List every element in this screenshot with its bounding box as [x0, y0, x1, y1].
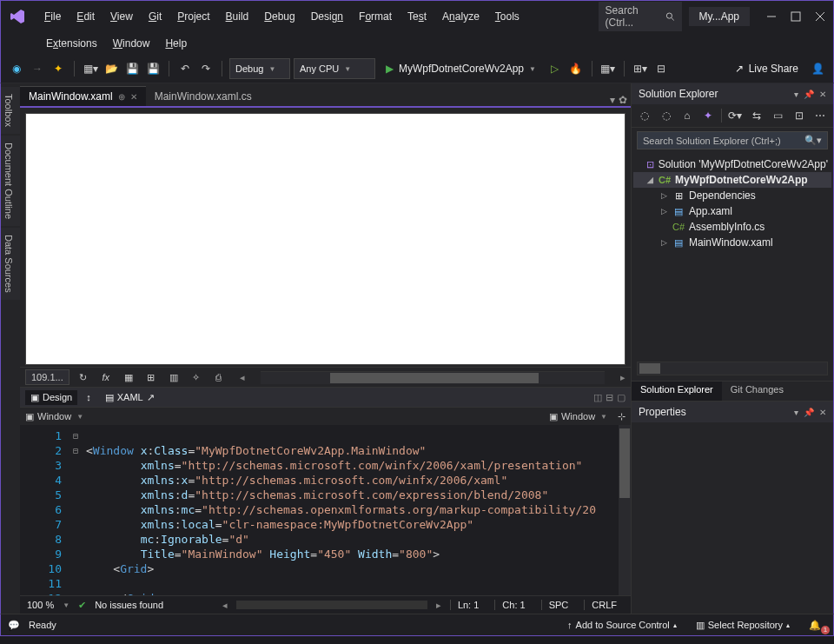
menu-help[interactable]: Help: [158, 35, 194, 52]
collapse-all-icon[interactable]: ⊡: [791, 107, 806, 124]
account-button[interactable]: 👤: [809, 60, 826, 77]
undo-button[interactable]: ↶: [176, 60, 194, 77]
popout-icon[interactable]: ↗: [147, 392, 155, 403]
data-sources-tab[interactable]: Data Sources: [1, 228, 20, 300]
code-editor[interactable]: 123456789101112 ⊟⊟ <Window x:Class="MyWp…: [20, 425, 631, 595]
tab-dropdown-icon[interactable]: ▾: [610, 94, 615, 106]
platform-combo[interactable]: Any CPU▼: [294, 58, 375, 79]
close-tab-icon[interactable]: ✕: [130, 92, 137, 102]
snap-button[interactable]: ⊞: [142, 368, 160, 386]
minimize-button[interactable]: [765, 10, 778, 23]
show-all-icon[interactable]: ▭: [770, 107, 785, 124]
toolbox-tab[interactable]: Toolbox: [1, 87, 20, 134]
fx-button[interactable]: fx: [97, 368, 115, 386]
search-box[interactable]: Search (Ctrl...: [599, 2, 682, 31]
app-name-button[interactable]: My...App: [689, 7, 750, 26]
line-indicator[interactable]: Ln: 1: [450, 600, 486, 610]
extra-button-2[interactable]: ⊟: [652, 60, 670, 77]
menu-project[interactable]: Project: [170, 8, 216, 25]
collapse-icon[interactable]: ▢: [617, 392, 626, 403]
code-v-scrollbar[interactable]: [619, 425, 631, 595]
close-button[interactable]: [814, 10, 826, 23]
home-icon[interactable]: ⌂: [679, 107, 695, 124]
panel-menu-icon[interactable]: ▾: [794, 90, 798, 99]
issues-label[interactable]: No issues found: [95, 600, 163, 610]
app-xaml-node[interactable]: ▷▤App.xaml: [633, 203, 831, 219]
zoom-combo[interactable]: 109.1...: [25, 369, 70, 385]
design-tab[interactable]: ▣Design: [25, 390, 77, 405]
add-source-control-button[interactable]: ↑Add to Source Control▴: [562, 618, 682, 632]
tab-mainwindow-xaml-cs[interactable]: MainWindow.xaml.cs: [146, 87, 261, 106]
solution-h-scrollbar[interactable]: [637, 362, 828, 375]
menu-edit[interactable]: Edit: [70, 8, 102, 25]
menu-design[interactable]: Design: [304, 8, 350, 25]
zoom-level[interactable]: 100 %: [27, 600, 54, 610]
swap-panes-button[interactable]: ↕: [86, 392, 91, 402]
mainwindow-xaml-node[interactable]: ▷▤MainWindow.xaml: [633, 235, 831, 250]
panel-pin-icon[interactable]: 📌: [804, 90, 814, 99]
menu-file[interactable]: File: [37, 8, 68, 25]
solution-search[interactable]: Search Solution Explorer (Ctrl+;) 🔍▾: [637, 131, 828, 149]
tab-mainwindow-xaml[interactable]: MainWindow.xaml ⊕ ✕: [20, 86, 146, 106]
menu-extensions[interactable]: Extensions: [39, 35, 104, 52]
menu-build[interactable]: Build: [219, 8, 256, 25]
start-debug-button[interactable]: ▶ MyWpfDotnetCoreWv2App ▼: [379, 61, 543, 76]
guides-button[interactable]: ▥: [165, 368, 182, 386]
live-share-button[interactable]: ↗ Live Share: [728, 61, 805, 76]
forward-button[interactable]: →: [29, 60, 46, 77]
layout-button[interactable]: ▦▾: [599, 60, 617, 77]
refresh-icon[interactable]: ⟳▾: [727, 107, 743, 124]
panel-pin-icon[interactable]: 📌: [804, 408, 814, 417]
menu-analyze[interactable]: Analyze: [435, 8, 486, 25]
save-all-button[interactable]: 💾: [144, 60, 162, 77]
panel-menu-icon[interactable]: ▾: [794, 408, 798, 417]
designer-h-scrollbar[interactable]: [261, 371, 605, 384]
git-changes-tab[interactable]: Git Changes: [722, 382, 792, 401]
back-button[interactable]: ◉: [8, 60, 25, 77]
fwd-icon[interactable]: ◌: [658, 107, 673, 124]
xaml-tab[interactable]: ▤XAML↗: [100, 390, 160, 405]
breadcrumb-right[interactable]: ▣Window: [549, 411, 595, 422]
refresh-view-button[interactable]: ↻: [75, 368, 92, 386]
open-button[interactable]: 📂: [103, 60, 120, 77]
col-indicator[interactable]: Ch: 1: [494, 600, 532, 610]
document-outline-tab[interactable]: Document Outline: [1, 136, 20, 226]
new-project-button[interactable]: ▦▾: [82, 60, 99, 77]
properties-icon[interactable]: ⋯: [812, 107, 828, 124]
grid-button[interactable]: ▦: [120, 368, 137, 386]
notifications-button[interactable]: 🔔1: [804, 618, 826, 633]
output-icon[interactable]: 💬: [8, 620, 20, 631]
extra-button-1[interactable]: ⊞▾: [632, 60, 649, 77]
tab-settings-icon[interactable]: ✿: [619, 94, 627, 106]
menu-format[interactable]: Format: [352, 8, 399, 25]
panel-close-icon[interactable]: ✕: [819, 90, 826, 99]
code-button[interactable]: ⎙: [210, 368, 228, 386]
new-item-button[interactable]: ✦: [50, 60, 67, 77]
sync-icon[interactable]: ⇆: [749, 107, 764, 124]
breadcrumb-left[interactable]: ▣Window: [25, 411, 71, 422]
menu-view[interactable]: View: [103, 8, 140, 25]
project-node[interactable]: ◢C#MyWpfDotnetCoreWv2App: [633, 172, 831, 188]
back-icon[interactable]: ◌: [637, 107, 652, 124]
menu-test[interactable]: Test: [400, 8, 434, 25]
config-combo[interactable]: Debug▼: [229, 58, 290, 79]
fold-column[interactable]: ⊟⊟: [69, 425, 83, 595]
menu-git[interactable]: Git: [142, 8, 169, 25]
menu-window[interactable]: Window: [106, 35, 157, 52]
breadcrumb-split-icon[interactable]: ⊹: [618, 411, 626, 422]
pin-icon[interactable]: ⊕: [118, 92, 125, 102]
panel-close-icon[interactable]: ✕: [819, 408, 826, 417]
dependencies-node[interactable]: ▷⊞Dependencies: [633, 188, 831, 203]
redo-button[interactable]: ↷: [197, 60, 215, 77]
switch-view-icon[interactable]: ✦: [700, 107, 716, 124]
effects-button[interactable]: ✧: [188, 368, 205, 386]
menu-debug[interactable]: Debug: [257, 8, 301, 25]
start-without-debug-button[interactable]: ▷: [546, 60, 564, 77]
split-v-icon[interactable]: ◫: [593, 392, 602, 403]
indent-indicator[interactable]: SPC: [541, 600, 576, 610]
code-h-scrollbar[interactable]: [236, 601, 427, 609]
menu-tools[interactable]: Tools: [488, 8, 526, 25]
solution-explorer-tab[interactable]: Solution Explorer: [632, 382, 722, 401]
assemblyinfo-node[interactable]: C#AssemblyInfo.cs: [633, 219, 831, 235]
hot-reload-button[interactable]: 🔥: [567, 60, 585, 77]
